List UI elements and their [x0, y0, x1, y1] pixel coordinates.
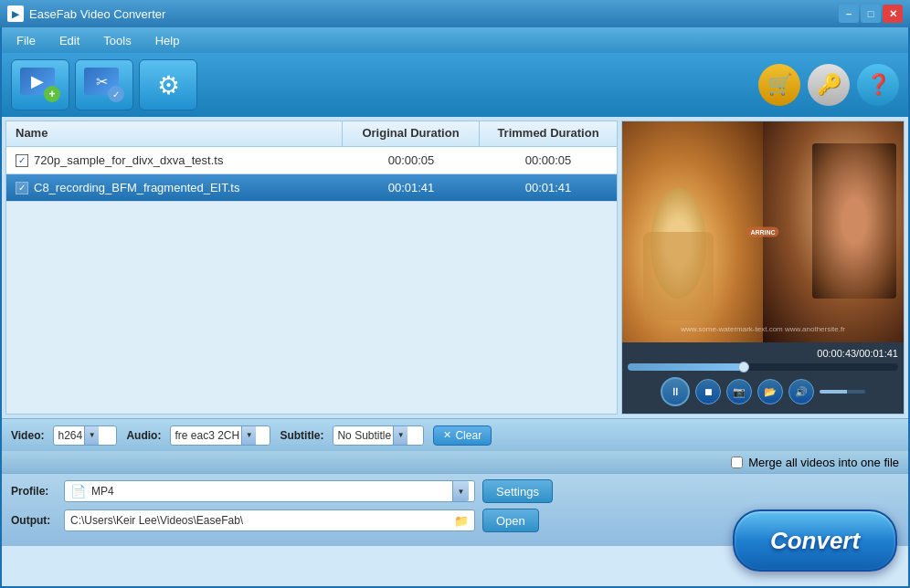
col-header-trimmed: Trimmed Duration: [480, 121, 617, 146]
profile-value: MP4: [91, 485, 114, 498]
preview-controls: 00:00:43/00:01:41 ⏸ ⏹ 📷 📂 🔊: [622, 342, 904, 414]
audio-label: Audio:: [126, 429, 161, 442]
file-list-header: Name Original Duration Trimmed Duration: [6, 121, 617, 147]
shop-icon[interactable]: 🛒: [758, 64, 800, 106]
folder-icon: 📁: [454, 514, 469, 528]
snapshot-button[interactable]: 📷: [726, 379, 752, 404]
edit-video-button[interactable]: ✂ ✓: [75, 59, 133, 110]
table-row[interactable]: ✓ 720p_sample_for_divx_dxva_test.ts 00:0…: [6, 147, 617, 174]
audio-codec-value: fre eac3 2CH: [175, 429, 239, 442]
app-title: EaseFab Video Converter: [29, 7, 165, 21]
subtitle-label: Subtitle:: [280, 429, 323, 442]
pause-button[interactable]: ⏸: [661, 377, 690, 406]
file-name: 720p_sample_for_divx_dxva_test.ts: [34, 153, 223, 167]
audio-codec-arrow[interactable]: ▼: [241, 426, 256, 445]
volume-slider[interactable]: [820, 390, 865, 394]
menu-bar: File Edit Tools Help: [2, 27, 908, 53]
col-header-original: Original Duration: [343, 121, 480, 146]
subtitle-value: No Subtitle: [337, 429, 391, 442]
profile-file-icon: 📄: [70, 484, 86, 499]
close-button[interactable]: ✕: [883, 5, 903, 23]
file-checkbox[interactable]: ✓: [16, 154, 28, 167]
trimmed-duration: 00:00:05: [480, 149, 617, 172]
audio-codec-combo[interactable]: fre eac3 2CH ▼: [170, 425, 270, 446]
video-codec-arrow[interactable]: ▼: [84, 426, 99, 445]
menu-file[interactable]: File: [5, 30, 47, 51]
merge-checkbox[interactable]: [731, 457, 743, 468]
clear-icon: ✕: [443, 429, 451, 441]
col-header-name: Name: [6, 121, 343, 146]
table-row[interactable]: ✓ C8_recording_BFM_fragmented_EIT.ts 00:…: [6, 174, 617, 202]
file-list-area: Name Original Duration Trimmed Duration …: [5, 121, 618, 415]
title-bar: ▶ EaseFab Video Converter – □ ✕: [0, 0, 910, 27]
file-checkbox[interactable]: ✓: [16, 182, 28, 194]
convert-button[interactable]: Convert: [733, 509, 897, 572]
convert-section: Convert: [733, 509, 897, 572]
output-label: Output:: [11, 514, 57, 527]
clear-label: Clear: [455, 429, 481, 442]
progress-bar[interactable]: [628, 363, 898, 371]
subtitle-combo[interactable]: No Subtitle ▼: [333, 425, 424, 446]
menu-help[interactable]: Help: [144, 30, 191, 51]
preview-panel: ARRINC www.some-watermark-text.com www.a…: [621, 121, 905, 415]
file-name-cell: ✓ C8_recording_BFM_fragmented_EIT.ts: [6, 176, 343, 199]
profile-combo-arrow[interactable]: ▼: [452, 481, 469, 501]
clear-button[interactable]: ✕ Clear: [433, 425, 492, 446]
output-path: C:\Users\Keir Lee\Videos\EaseFab\: [70, 514, 243, 527]
preview-video: ARRINC www.some-watermark-text.com www.a…: [622, 121, 904, 342]
open-button[interactable]: Open: [482, 509, 539, 532]
settings-button[interactable]: ⚙: [139, 59, 197, 110]
volume-button[interactable]: 🔊: [788, 379, 814, 404]
minimize-button[interactable]: –: [839, 5, 859, 23]
maximize-button[interactable]: □: [861, 5, 881, 23]
menu-tools[interactable]: Tools: [92, 30, 142, 51]
stop-button[interactable]: ⏹: [695, 379, 721, 404]
register-icon[interactable]: 🔑: [808, 64, 850, 106]
video-label: Video:: [11, 429, 44, 442]
file-name-cell: ✓ 720p_sample_for_divx_dxva_test.ts: [6, 149, 343, 172]
video-subtitle-overlay: www.some-watermark-text.com www.anothers…: [627, 325, 899, 333]
original-duration: 00:01:41: [343, 176, 480, 199]
add-video-button[interactable]: ▶ +: [11, 59, 69, 110]
video-codec-combo[interactable]: h264 ▼: [53, 425, 117, 446]
profile-label: Profile:: [11, 485, 57, 498]
menu-edit[interactable]: Edit: [48, 30, 90, 51]
app-icon: ▶: [7, 5, 24, 22]
file-name: C8_recording_BFM_fragmented_EIT.ts: [34, 181, 239, 194]
progress-thumb[interactable]: [738, 362, 749, 373]
subtitle-arrow[interactable]: ▼: [393, 426, 407, 445]
video-watermark: ARRINC: [746, 227, 778, 237]
profile-combo[interactable]: 📄 MP4 ▼: [64, 480, 475, 502]
settings-btn[interactable]: Settings: [482, 479, 553, 503]
media-controls-strip: Video: h264 ▼ Audio: fre eac3 2CH ▼ Subt…: [2, 418, 908, 451]
toolbar: ▶ + ✂ ✓ ⚙ 🛒 🔑 ❓: [2, 53, 908, 117]
progress-fill: [628, 363, 744, 371]
original-duration: 00:00:05: [343, 149, 480, 172]
trimmed-duration: 00:01:41: [480, 176, 617, 199]
video-codec-value: h264: [58, 429, 82, 442]
window-controls: – □ ✕: [839, 5, 903, 23]
merge-row: Merge all videos into one file: [2, 451, 908, 473]
time-display: 00:00:43/00:01:41: [628, 346, 898, 361]
open-folder-button[interactable]: 📂: [757, 379, 783, 404]
output-path-field[interactable]: C:\Users\Keir Lee\Videos\EaseFab\ 📁: [64, 509, 475, 531]
merge-label: Merge all videos into one file: [748, 456, 899, 469]
help-icon[interactable]: ❓: [857, 64, 899, 106]
